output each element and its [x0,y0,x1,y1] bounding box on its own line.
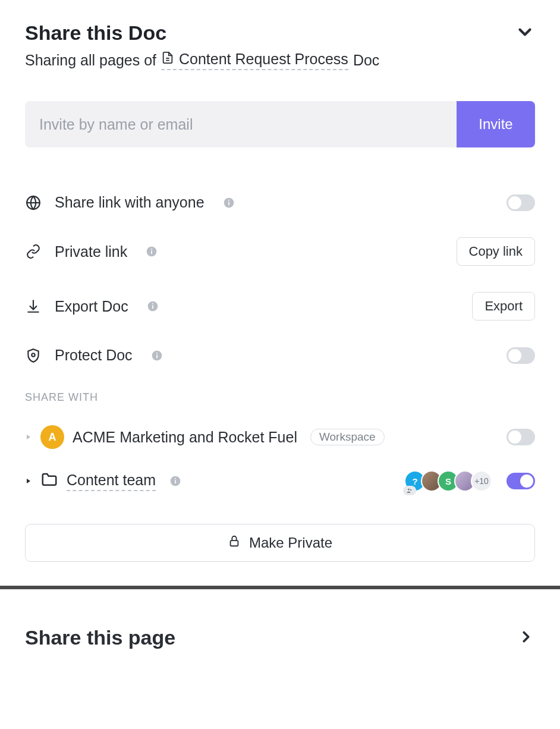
share-with-section-label: SHARE WITH [25,391,535,404]
svg-marker-19 [27,479,30,483]
svg-rect-21 [175,480,176,483]
folder-icon [40,471,58,491]
doc-link[interactable]: Content Request Process [161,51,348,70]
page-title: Share this Doc [25,21,166,45]
copy-link-button[interactable]: Copy link [457,237,535,266]
svg-rect-13 [152,303,153,304]
collapse-chevron-down-icon[interactable] [515,22,535,45]
protect-doc-toggle[interactable] [506,347,535,364]
expand-chevron-right-icon[interactable] [517,628,535,648]
globe-icon [25,195,42,210]
subtitle: Sharing all pages of Content Request Pro… [25,51,535,70]
people-icon [403,486,416,495]
svg-rect-16 [156,354,158,358]
share-link-label: Share link with anyone [55,194,205,211]
share-link-toggle[interactable] [506,194,535,211]
info-icon[interactable] [146,300,159,313]
svg-rect-17 [156,353,158,354]
lock-icon [228,535,241,551]
link-icon [25,244,42,259]
svg-rect-22 [175,478,176,479]
download-icon [25,298,42,314]
private-link-label: Private link [55,243,127,260]
doc-name: Content Request Process [179,51,348,68]
export-button[interactable]: Export [472,292,535,320]
make-private-label: Make Private [249,535,332,551]
svg-rect-9 [151,249,152,250]
share-page-title: Share this page [25,626,175,649]
subtitle-prefix: Sharing all pages of [25,52,156,69]
svg-point-14 [32,353,34,356]
workspace-badge: Workspace [310,429,385,445]
avatar-overflow-count: +10 [471,470,492,492]
folder-name[interactable]: Content team [67,472,156,491]
svg-rect-6 [228,200,229,201]
svg-marker-18 [27,435,30,439]
invite-button[interactable]: Invite [457,101,535,147]
document-icon [161,51,174,68]
workspace-name[interactable]: ACME Marketing and Rocket Fuel [73,429,297,446]
make-private-button[interactable]: Make Private [25,524,535,562]
member-avatars[interactable]: ? S +10 [409,470,492,492]
info-icon[interactable] [222,196,235,209]
svg-point-24 [410,489,412,491]
workspace-avatar: A [40,425,64,449]
export-doc-label: Export Doc [55,298,128,315]
info-icon[interactable] [150,349,163,362]
workspace-share-toggle[interactable] [506,429,535,445]
invite-input[interactable] [25,101,457,147]
shield-icon [25,348,42,363]
protect-doc-label: Protect Doc [55,347,133,364]
info-icon[interactable] [145,245,158,258]
info-icon[interactable] [169,475,182,488]
expand-caret-icon[interactable] [25,477,32,485]
svg-rect-12 [152,305,153,309]
subtitle-suffix: Doc [353,52,379,69]
expand-caret-icon[interactable] [25,433,32,441]
svg-rect-8 [151,250,152,254]
svg-rect-5 [228,202,229,205]
svg-point-23 [408,489,410,491]
folder-share-toggle[interactable] [506,473,535,489]
svg-rect-25 [231,541,238,546]
